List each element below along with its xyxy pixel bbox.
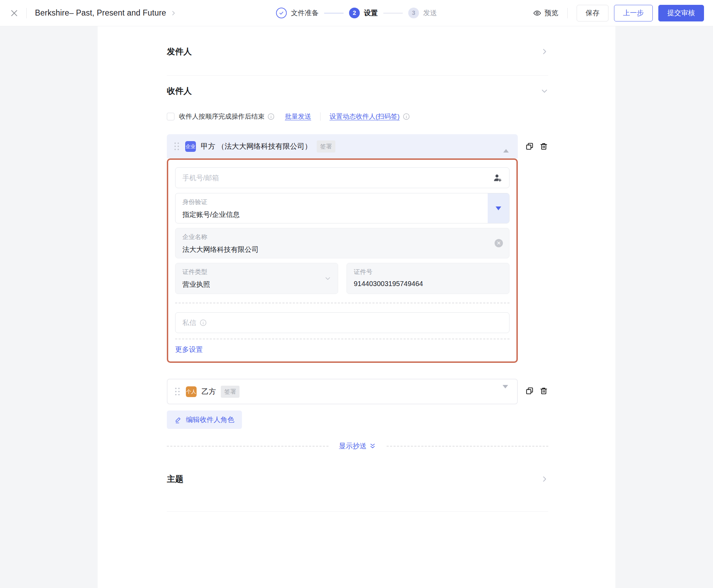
preview-button[interactable]: 预览 (533, 8, 558, 18)
divider (320, 112, 321, 121)
step-label: 文件准备 (291, 8, 319, 18)
step-label: 发送 (423, 8, 437, 18)
edit-recipient-roles-label: 编辑收件人角色 (186, 415, 234, 424)
certificate-type-value: 营业执照 (182, 280, 331, 289)
order-finish-label: 收件人按顺序完成操作后结束 (179, 112, 264, 121)
chevron-right-icon[interactable] (170, 10, 177, 16)
certificate-type-select[interactable]: 证件类型 营业执照 (175, 263, 338, 294)
chevron-down-icon (324, 275, 332, 282)
submit-review-button[interactable]: 提交审核 (658, 5, 704, 21)
chevron-right-icon[interactable] (541, 475, 548, 483)
topbar: Berkshire– Past, Present and Future 文件准备… (0, 0, 713, 26)
subject-section: 主题 (167, 474, 548, 512)
pencil-icon (174, 416, 182, 424)
delete-recipient-button[interactable] (539, 386, 548, 395)
dashed-divider (387, 446, 548, 447)
copy-recipient-button[interactable] (525, 386, 534, 395)
company-name-label: 企业名称 (182, 233, 502, 241)
caret-down-icon (496, 206, 501, 210)
step-file-prepare[interactable]: 文件准备 (276, 8, 319, 18)
drag-handle[interactable] (174, 143, 179, 150)
identity-verification-select[interactable]: 身份验证 指定账号/企业信息 (175, 193, 509, 223)
certificate-number-field[interactable]: 证件号 914403003195749464 (346, 263, 509, 294)
sender-section-title: 发件人 (167, 46, 192, 57)
contact-field[interactable] (175, 167, 509, 188)
close-button[interactable] (10, 9, 19, 18)
show-cc-row: 显示抄送 (167, 441, 548, 451)
step-connector (324, 13, 344, 13)
step-label: 设置 (364, 8, 378, 18)
recipient-section-header[interactable]: 收件人 (167, 76, 548, 97)
collapse-down-icon[interactable] (503, 388, 508, 395)
recipient-card-party-a: 企业 甲方 （法大大网络科技有限公司） 签署 身份验证 指定账号/企业信息 (167, 134, 518, 363)
identity-verification-label: 身份验证 (182, 198, 502, 206)
show-cc-link[interactable]: 显示抄送 (339, 441, 376, 451)
step-number: 3 (408, 8, 419, 18)
recipient-card-row-1: 企业 甲方 （法大大网络科技有限公司） 签署 身份验证 指定账号/企业信息 (167, 134, 548, 363)
check-icon (276, 8, 287, 18)
info-icon[interactable] (268, 113, 274, 120)
certificate-type-label: 证件类型 (182, 268, 331, 276)
stepper: 文件准备 2 设置 3 发送 (276, 0, 437, 26)
certificate-number-value: 914403003195749464 (354, 280, 502, 288)
eye-icon (533, 9, 541, 17)
recipient-section: 收件人 收件人按顺序完成操作后结束 批量发送 设置动态收件人(扫码签) (167, 76, 548, 451)
personal-badge: 个人 (186, 386, 197, 397)
identity-verification-value: 指定账号/企业信息 (182, 210, 502, 219)
dynamic-recipient-link[interactable]: 设置动态收件人(扫码签) (330, 112, 400, 121)
order-finish-checkbox[interactable] (167, 113, 174, 120)
chevron-right-icon[interactable] (541, 48, 548, 55)
copy-icon (525, 386, 534, 395)
dashed-divider (175, 303, 509, 303)
recipient-card-row-2: 个人 乙方 签署 (167, 379, 548, 404)
company-name-value: 法大大网络科技有限公司 (182, 245, 502, 254)
sender-section-header[interactable]: 发件人 (167, 46, 548, 57)
subject-section-title: 主题 (167, 474, 183, 485)
subject-section-header[interactable]: 主题 (167, 474, 548, 485)
step-settings[interactable]: 2 设置 (349, 8, 378, 18)
close-icon (10, 9, 19, 18)
info-icon[interactable] (200, 319, 207, 326)
recipient-options-row: 收件人按顺序完成操作后结束 批量发送 设置动态收件人(扫码签) (167, 112, 548, 121)
step-send[interactable]: 3 发送 (408, 8, 437, 18)
clear-icon[interactable]: ✕ (495, 239, 503, 247)
sender-section: 发件人 (167, 26, 548, 76)
recipient-name: 乙方 (201, 387, 216, 396)
card-actions (525, 142, 548, 151)
enterprise-badge: 企业 (185, 141, 196, 152)
step-number: 2 (349, 8, 360, 18)
more-settings-link[interactable]: 更多设置 (175, 346, 203, 353)
recipient-card-header[interactable]: 企业 甲方 （法大大网络科技有限公司） 签署 (167, 134, 518, 158)
private-message-input[interactable] (182, 319, 502, 327)
recipient-name: 甲方 （法大大网络科技有限公司） (201, 141, 312, 151)
card-actions (525, 386, 548, 395)
add-contact-icon[interactable] (493, 173, 502, 183)
company-name-field[interactable]: 企业名称 法大大网络科技有限公司 ✕ (175, 228, 509, 258)
divider (567, 8, 568, 18)
collapse-up-icon[interactable] (503, 143, 509, 149)
settings-panel: 发件人 收件人 收件人按顺序完成操作后结束 批量发送 设置动态收件人(扫码签) (98, 26, 615, 588)
drag-handle[interactable] (175, 388, 180, 395)
private-message-field[interactable] (175, 312, 509, 333)
contact-input[interactable] (182, 174, 493, 182)
delete-recipient-button[interactable] (539, 142, 548, 151)
batch-send-link[interactable]: 批量发送 (285, 112, 311, 121)
double-chevron-down-icon (369, 442, 376, 450)
recipient-section-title: 收件人 (167, 85, 192, 97)
previous-step-button[interactable]: 上一步 (614, 5, 653, 21)
recipient-card-party-b[interactable]: 个人 乙方 签署 (167, 379, 518, 404)
show-cc-label: 显示抄送 (339, 441, 367, 451)
chevron-down-icon[interactable] (541, 87, 548, 95)
dashed-divider (167, 446, 328, 447)
edit-recipient-roles-button[interactable]: 编辑收件人角色 (167, 411, 242, 429)
certificate-number-label: 证件号 (354, 268, 502, 276)
recipient-form-highlighted: 身份验证 指定账号/企业信息 企业名称 法大大网络科技有限公司 ✕ 证件类型 (167, 158, 518, 363)
certificate-row: 证件类型 营业执照 证件号 914403003195749464 (175, 263, 509, 294)
document-title: Berkshire– Past, Present and Future (35, 8, 166, 18)
step-connector (383, 13, 403, 13)
trash-icon (539, 142, 548, 151)
copy-recipient-button[interactable] (525, 142, 534, 151)
select-dropdown-strip[interactable] (488, 193, 509, 223)
info-icon[interactable] (403, 113, 410, 120)
save-button[interactable]: 保存 (577, 5, 608, 21)
